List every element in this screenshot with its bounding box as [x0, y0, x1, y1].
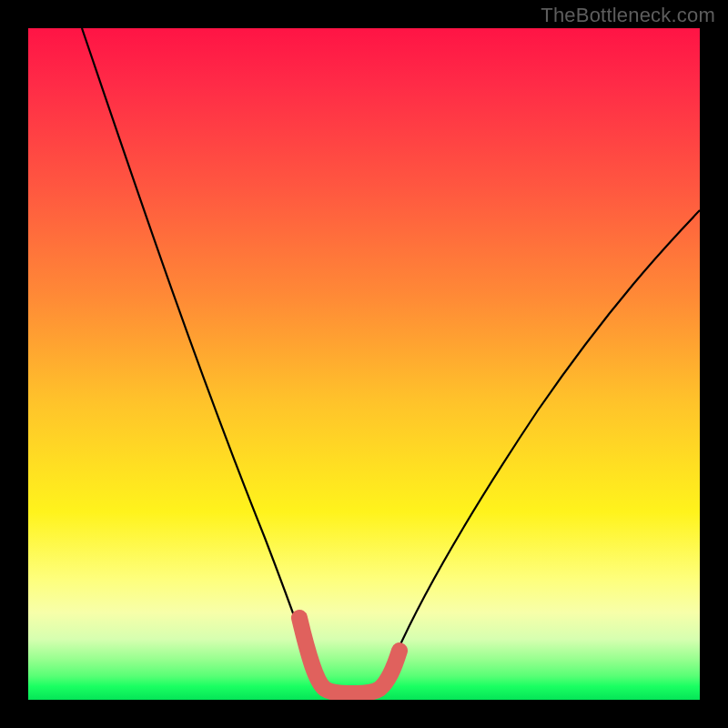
sweet-spot-band-path: [299, 618, 399, 693]
watermark-text: TheBottleneck.com: [541, 4, 715, 27]
bottleneck-curve-path: [82, 28, 700, 691]
bottleneck-curve-svg: [28, 28, 700, 700]
plot-area: [28, 28, 700, 700]
chart-frame: TheBottleneck.com: [0, 0, 728, 728]
